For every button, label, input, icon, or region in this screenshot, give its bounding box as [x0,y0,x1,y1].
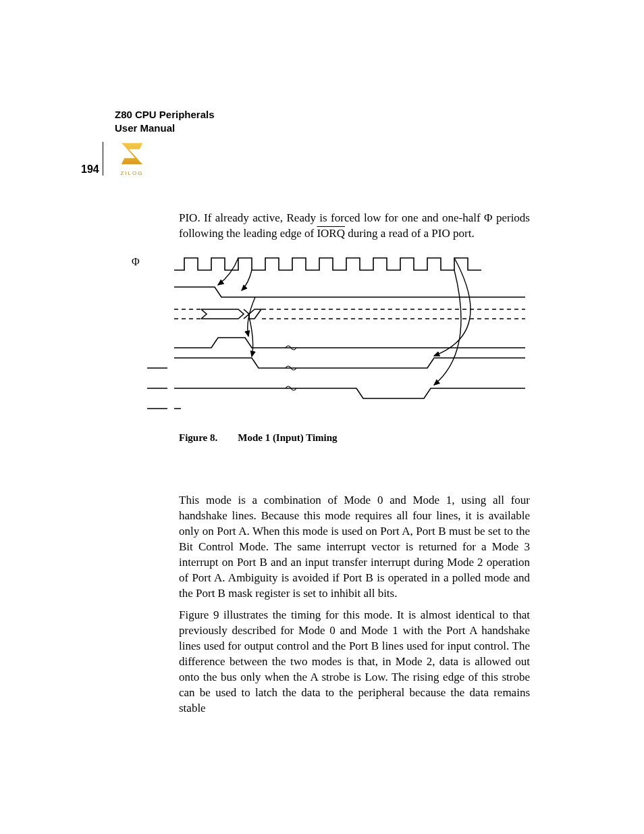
page-number: 194 [81,163,99,176]
intro-text-2: during a read of a PIO port. [345,227,475,240]
logo-caption: ZILOG [113,170,151,176]
body-paragraph-1: This mode is a combination of Mode 0 and… [179,493,530,602]
svg-marker-0 [122,143,143,165]
phi-label: Φ [132,256,140,268]
doc-title-line1: Z80 CPU Peripherals [115,108,215,122]
header-divider [103,142,103,176]
figure-caption: Figure 8.Mode 1 (Input) Timing [179,432,338,444]
doc-header: Z80 CPU Peripherals User Manual [115,108,215,136]
figure-title: Mode 1 (Input) Timing [238,432,337,443]
logo-z-icon [117,138,147,169]
body-paragraph-2: Figure 9 illustrates the timing for this… [179,608,530,716]
intro-paragraph: PIO. If already active, Ready is forced … [179,211,530,242]
zilog-logo: ZILOG [113,138,151,176]
page: Z80 CPU Peripherals User Manual 194 ZILO… [0,0,644,834]
timing-diagram [147,250,525,419]
iorq-signal: IORQ [317,227,345,240]
figure-label: Figure 8. [179,432,217,443]
doc-title-line2: User Manual [115,122,215,135]
